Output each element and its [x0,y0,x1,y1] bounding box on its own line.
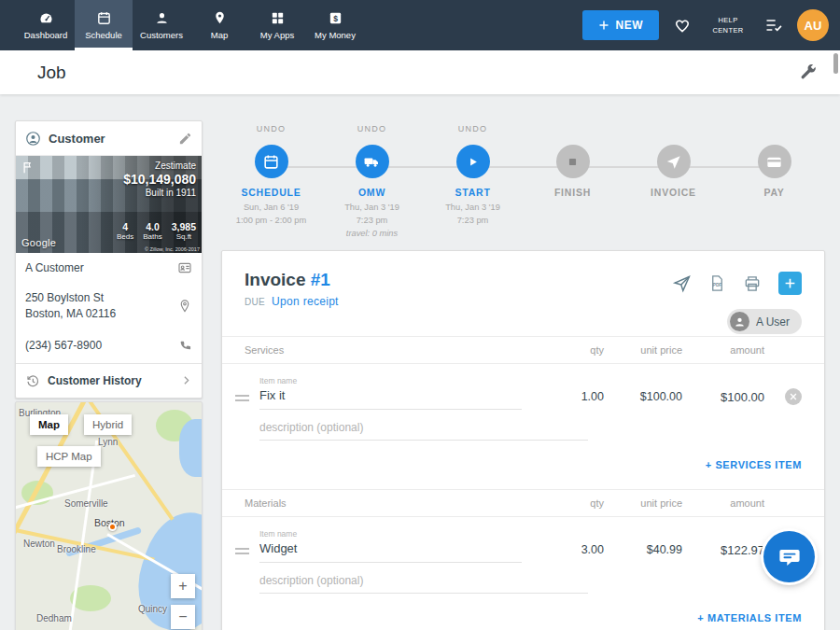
nav-tab-my-apps[interactable]: My Apps [248,0,306,50]
step-finish: FINISH [523,124,623,198]
undo-omw-button[interactable]: UNDO [322,124,422,138]
step-dates: Thu, Jan 3 '19 7:23 pm [423,202,523,228]
page-bar: Job [0,50,840,94]
tasks-icon[interactable] [764,16,783,35]
location-pin-icon[interactable] [177,299,192,314]
zoom-in-button[interactable]: + [171,574,195,598]
service-line-item: Item name 1.00 $100.00 $100.00 [222,364,824,410]
drag-handle-icon[interactable] [235,545,259,557]
baths-value: 4.0 [143,221,161,232]
customer-address-row: 250 Boylston StBoston, MA 02116 [16,283,202,330]
nav-tab-label: Customers [140,30,183,40]
service-name-input[interactable] [259,385,522,410]
chat-bubble-icon [777,545,802,569]
due-terms-link[interactable]: Upon receipt [272,295,339,308]
add-service-item-link[interactable]: + SERVICES ITEM [706,459,802,470]
item-name-label: Item name [259,529,522,539]
job-progress-stepper: UNDO SCHEDULE Sun, Jan 6 '19 1:00 pm - 2… [221,124,825,244]
material-description-row [222,563,824,594]
customer-name-row: A Customer [16,253,202,283]
nav-tab-label: Dashboard [24,30,67,40]
customer-card-title: Customer [49,132,105,146]
omw-step-button[interactable] [356,145,389,178]
finish-step-button[interactable] [556,145,590,178]
service-description-input[interactable] [259,419,588,441]
services-section-label: Services [245,344,546,356]
customer-name: A Customer [25,261,84,274]
zoom-out-button[interactable]: − [171,605,195,629]
customer-card-header: Customer [16,121,202,156]
item-name-label: Item name [259,376,522,385]
qty-column-header: qty [546,344,604,356]
property-stats: 4Beds 4.0Baths 3,985Sq.ft [117,221,196,241]
map-label-somerville: Somerville [64,498,108,509]
add-service-row: + SERVICES ITEM [222,441,824,489]
heart-icon[interactable] [673,16,692,35]
pdf-icon[interactable]: PDF [708,274,726,292]
service-unit-price[interactable]: $100.00 [604,390,682,403]
chat-launcher-button[interactable] [763,531,815,582]
scrollbar-thumb[interactable] [833,53,838,74]
edit-pencil-icon[interactable] [178,132,192,146]
add-material-item-link[interactable]: + MATERIALS ITEM [697,612,802,623]
address-line2: Boston, MA 02116 [25,306,116,322]
nav-tab-label: Map [211,30,228,40]
sqft-value: 3,985 [172,221,196,232]
nav-tab-label: My Money [315,30,356,40]
map-widget[interactable]: Burlington Lynn Somerville Boston Newton… [15,401,203,630]
contact-card-icon[interactable] [177,260,192,275]
nav-tab-my-money[interactable]: $ My Money [306,0,364,50]
stop-icon [564,153,581,171]
send-invoice-icon[interactable] [672,273,692,293]
remove-item-icon[interactable] [785,388,802,405]
services-header-row: Services qty unit price amount [222,336,824,364]
step-start: UNDO START Thu, Jan 3 '19 7:23 pm [423,124,523,228]
google-attribution: Google [21,237,56,248]
assigned-user-chip[interactable]: A User [727,309,802,334]
amount-column-header: amount [682,497,764,509]
play-icon [464,153,482,171]
nav-tab-customers[interactable]: Customers [133,0,190,50]
start-step-button[interactable] [456,145,490,178]
print-icon[interactable] [743,274,762,293]
map-label-lynn: Lynn [98,437,118,447]
material-description-input[interactable] [259,572,588,594]
undo-start-button[interactable]: UNDO [423,124,523,138]
material-unit-price[interactable]: $40.99 [604,543,682,556]
invoice-header: Invoice #1 DUE Upon receipt PDF A User [222,251,824,308]
undo-schedule-button[interactable]: UNDO [221,124,321,138]
schedule-icon [96,10,112,26]
nav-tab-dashboard[interactable]: Dashboard [17,0,75,50]
step-dates: Sun, Jan 6 '19 1:00 pm - 2:00 pm [221,202,321,228]
hcp-map-button[interactable]: HCP Map [37,446,101,467]
phone-icon[interactable] [177,338,192,353]
job-tools-icon[interactable] [798,63,818,82]
add-invoice-item-button[interactable] [778,272,802,295]
customer-phone: (234) 567-8900 [25,339,102,352]
user-avatar[interactable]: AU [797,9,829,41]
credit-card-icon-step[interactable] [758,145,791,178]
qty-column-header: qty [546,497,604,509]
nav-tab-schedule[interactable]: Schedule [75,0,133,50]
schedule-step-button[interactable] [255,145,288,178]
map-type-map-button[interactable]: Map [30,414,68,435]
service-qty[interactable]: 1.00 [546,390,604,403]
top-nav: Dashboard Schedule Customers Map My Apps… [0,0,840,50]
nav-right-group: NEW HELP CENTER AU [582,0,840,50]
material-name-input[interactable] [259,539,522,563]
invoice-actions: PDF [672,272,802,295]
customer-phone-row: (234) 567-8900 [16,330,202,364]
customer-history-row[interactable]: Customer History [16,364,202,398]
step-label: SCHEDULE [221,187,321,198]
materials-header-row: Materials qty unit price amount [222,489,824,517]
new-button[interactable]: NEW [582,10,660,40]
drag-handle-icon[interactable] [235,392,259,404]
zestimate-value: $10,149,080 [123,172,196,187]
invoice-step-button[interactable] [657,145,691,178]
map-type-hybrid-button[interactable]: Hybrid [84,414,132,435]
material-qty[interactable]: 3.00 [546,543,604,556]
nav-tab-map[interactable]: Map [190,0,248,50]
amount-column-header: amount [682,344,764,356]
help-center-link[interactable]: HELP CENTER [706,15,750,36]
flag-icon[interactable] [21,161,35,175]
